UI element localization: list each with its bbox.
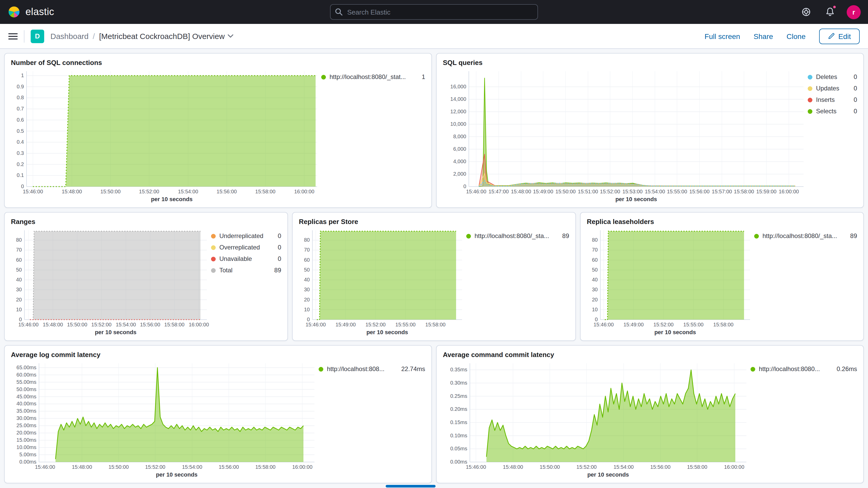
share-button[interactable]: Share <box>754 32 773 40</box>
legend-dot-icon <box>211 234 216 238</box>
panel-body: 0102030405060708015:46:0015:49:0015:52:0… <box>299 227 569 336</box>
legend-value: 0 <box>278 244 281 251</box>
svg-text:16:00:00: 16:00:00 <box>294 189 314 194</box>
svg-text:15:56:00: 15:56:00 <box>689 189 710 194</box>
legend-item[interactable]: Overreplicated0 <box>211 244 281 251</box>
svg-text:16:00:00: 16:00:00 <box>779 189 799 194</box>
full-screen-button[interactable]: Full screen <box>705 32 740 40</box>
panel-title: Replica leaseholders <box>587 218 857 225</box>
svg-text:15:48:00: 15:48:00 <box>503 464 523 470</box>
svg-text:0.35ms: 0.35ms <box>450 367 467 372</box>
svg-text:per 10 seconds: per 10 seconds <box>151 196 193 203</box>
legend-item[interactable]: Inserts0 <box>808 96 857 103</box>
legend-label: http://localhost:8080/_sta... <box>763 232 846 240</box>
page-title[interactable]: [Metricbeat CockroachDB] Overview <box>99 32 234 40</box>
user-avatar[interactable]: r <box>847 5 861 19</box>
legend-label: http://localhost:8080... <box>759 365 833 373</box>
svg-text:15:56:00: 15:56:00 <box>650 464 671 470</box>
svg-text:0.2: 0.2 <box>17 161 24 167</box>
legend-item[interactable]: Underreplicated0 <box>211 232 281 240</box>
breadcrumb-dashboard-link[interactable]: Dashboard <box>51 32 89 40</box>
svg-text:30: 30 <box>304 286 310 292</box>
brand[interactable]: elastic <box>7 5 54 19</box>
svg-text:15:52:00: 15:52:00 <box>600 189 620 194</box>
svg-text:15:49:00: 15:49:00 <box>623 322 644 328</box>
svg-text:per 10 seconds: per 10 seconds <box>654 329 696 335</box>
legend-value: 0 <box>278 255 281 263</box>
svg-text:0: 0 <box>21 183 24 189</box>
legend-item[interactable]: Updates0 <box>808 85 857 92</box>
svg-text:0.00ms: 0.00ms <box>19 459 36 465</box>
horizontal-scrollbar-thumb[interactable] <box>386 485 436 487</box>
svg-text:15:50:00: 15:50:00 <box>555 189 576 194</box>
legend-item[interactable]: http://localhost:808...22.74ms <box>319 365 425 373</box>
svg-text:15:52:00: 15:52:00 <box>139 189 159 194</box>
clone-button[interactable]: Clone <box>787 32 806 40</box>
legend-item[interactable]: Deletes0 <box>808 73 857 81</box>
svg-text:15:54:00: 15:54:00 <box>182 464 202 470</box>
chart-legend: http://localhost:8080...0.26ms <box>750 360 857 479</box>
page-title-text: [Metricbeat CockroachDB] Overview <box>99 32 225 40</box>
svg-text:15:46:00: 15:46:00 <box>594 322 614 328</box>
chart-svg: 0.00ms0.05ms0.10ms0.15ms0.20ms0.25ms0.30… <box>443 360 750 479</box>
panel-replicas-per-store: Replicas per Store0102030405060708015:46… <box>292 212 576 341</box>
svg-text:15:50:00: 15:50:00 <box>540 464 560 470</box>
svg-text:15:52:00: 15:52:00 <box>365 322 386 328</box>
svg-text:60: 60 <box>592 257 598 263</box>
legend-label: http://localhost:8080/_sta... <box>474 232 558 240</box>
dashboard-row: Ranges0102030405060708015:46:0015:48:001… <box>4 212 864 341</box>
edit-button[interactable]: Edit <box>819 28 860 44</box>
dashboard-row: Average log commit latency0.00ms5.00ms10… <box>4 345 864 483</box>
legend-value: 0 <box>854 96 857 103</box>
panel-body: 0.00ms5.00ms10.00ms15.00ms20.00ms25.00ms… <box>11 360 425 479</box>
svg-text:0.00ms: 0.00ms <box>450 459 467 465</box>
svg-text:10,000: 10,000 <box>451 121 466 127</box>
legend-label: Overreplicated <box>219 244 274 251</box>
legend-label: Updates <box>816 85 850 92</box>
legend-item[interactable]: http://localhost:8080/_sta...89 <box>466 232 569 240</box>
panel-title: Average log commit latency <box>11 351 425 359</box>
svg-text:15:46:00: 15:46:00 <box>306 322 326 328</box>
legend-item[interactable]: Total89 <box>211 267 281 274</box>
chart-svg: 0102030405060708015:46:0015:49:0015:52:0… <box>299 227 466 336</box>
panel-body: 0102030405060708015:46:0015:49:0015:52:0… <box>587 227 857 336</box>
help-button[interactable] <box>799 5 813 19</box>
panel-sql-connections: Number of SQL connections00.10.20.30.40.… <box>4 53 432 208</box>
legend-item[interactable]: http://localhost:8080/_stat...1 <box>321 73 425 81</box>
menu-icon[interactable] <box>8 31 18 41</box>
svg-text:0.5: 0.5 <box>17 128 24 134</box>
svg-text:60: 60 <box>16 257 22 263</box>
svg-text:65.00ms: 65.00ms <box>17 365 36 370</box>
legend-item[interactable]: http://localhost:8080...0.26ms <box>750 365 857 373</box>
svg-text:10: 10 <box>16 307 22 312</box>
chart-legend: http://localhost:8080/_sta...89 <box>754 227 857 336</box>
svg-text:10.00ms: 10.00ms <box>17 444 36 450</box>
svg-text:0.4: 0.4 <box>17 139 24 145</box>
panel-title: Number of SQL connections <box>11 59 425 66</box>
svg-text:55.00ms: 55.00ms <box>17 379 36 385</box>
legend-dot-icon <box>808 86 812 91</box>
svg-text:15:58:00: 15:58:00 <box>734 189 754 194</box>
alerts-button[interactable] <box>823 5 837 19</box>
svg-text:0.9: 0.9 <box>17 84 24 89</box>
svg-text:15:46:00: 15:46:00 <box>19 322 39 328</box>
svg-text:0.15ms: 0.15ms <box>450 419 467 425</box>
legend-label: Deletes <box>816 73 850 81</box>
legend-dot-icon <box>754 234 759 238</box>
svg-text:15:48:00: 15:48:00 <box>511 189 531 194</box>
legend-item[interactable]: Unavailable0 <box>211 255 281 263</box>
svg-text:35.00ms: 35.00ms <box>17 408 36 414</box>
legend-item[interactable]: Selects0 <box>808 108 857 115</box>
svg-text:50.00ms: 50.00ms <box>17 387 36 392</box>
chart-avg-command-commit-latency: 0.00ms0.05ms0.10ms0.15ms0.20ms0.25ms0.30… <box>443 360 750 479</box>
pencil-icon <box>828 33 835 39</box>
svg-text:45.00ms: 45.00ms <box>17 394 36 399</box>
legend-item[interactable]: http://localhost:8080/_sta...89 <box>754 232 857 240</box>
chart-svg: 0.00ms5.00ms10.00ms15.00ms20.00ms25.00ms… <box>11 360 319 479</box>
search-input[interactable] <box>330 4 538 20</box>
svg-text:60.00ms: 60.00ms <box>17 372 36 377</box>
toolbar-actions: Full screen Share Clone Edit <box>705 28 860 44</box>
legend-value: 0.26ms <box>837 365 857 373</box>
elastic-logo-icon <box>7 5 21 19</box>
svg-text:16:00:00: 16:00:00 <box>724 464 744 470</box>
